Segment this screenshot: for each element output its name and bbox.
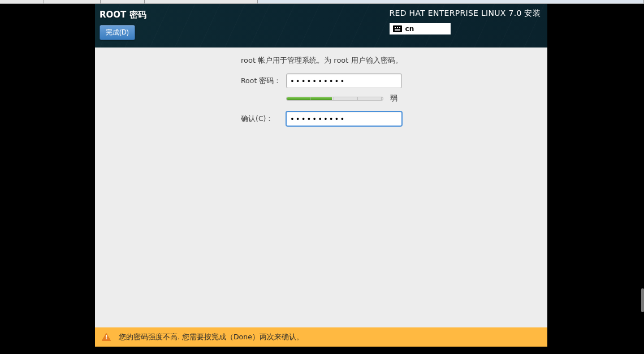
password-row: Root 密码： <box>241 74 536 88</box>
installer-window: ROOT 密码 完成(D) RED HAT ENTERPRISE LINUX 7… <box>95 4 547 347</box>
strength-fill <box>287 97 332 100</box>
warning-bar: 您的密码强度不高. 您需要按完成（Done）两次来确认。 <box>95 327 547 347</box>
keyboard-layout-indicator[interactable]: cn <box>390 23 451 34</box>
toolbar-seg <box>145 0 258 3</box>
strength-row: 弱 <box>286 94 536 103</box>
password-label: Root 密码： <box>241 76 286 86</box>
confirm-row: 确认(C)： <box>241 111 536 126</box>
warning-message: 您的密码强度不高. 您需要按完成（Done）两次来确认。 <box>119 333 304 342</box>
scrollbar[interactable] <box>641 288 644 312</box>
confirm-label: 确认(C)： <box>241 114 286 124</box>
warning-icon <box>102 333 111 341</box>
content-area: root 帐户用于管理系统。为 root 用户输入密码。 Root 密码： 弱 … <box>95 48 547 327</box>
password-strength-meter <box>286 97 383 101</box>
vm-toolbar <box>0 0 644 4</box>
header: ROOT 密码 完成(D) RED HAT ENTERPRISE LINUX 7… <box>95 4 547 48</box>
toolbar-seg <box>258 0 644 3</box>
root-password-input[interactable] <box>286 74 402 88</box>
keyboard-icon <box>393 25 402 32</box>
keyboard-layout-label: cn <box>405 25 414 33</box>
toolbar-seg <box>0 0 44 3</box>
confirm-password-input[interactable] <box>286 111 402 126</box>
done-button[interactable]: 完成(D) <box>100 25 135 40</box>
toolbar-seg <box>101 0 145 3</box>
page-title: ROOT 密码 <box>100 8 146 20</box>
strength-label: 弱 <box>390 94 397 103</box>
toolbar-seg <box>44 0 101 3</box>
distro-title: RED HAT ENTERPRISE LINUX 7.0 安装 <box>390 8 541 19</box>
description-text: root 帐户用于管理系统。为 root 用户输入密码。 <box>241 55 536 66</box>
